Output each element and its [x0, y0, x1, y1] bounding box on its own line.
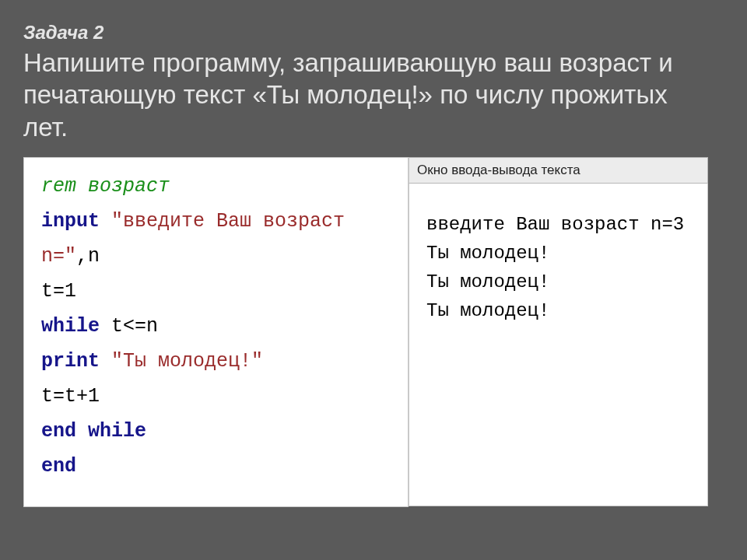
code-line: end while	[41, 414, 392, 449]
code-line: t=1	[41, 274, 392, 309]
output-panel: введите Ваш возраст n=3 Ты молодец! Ты м…	[409, 184, 708, 506]
slide: Задача 2 Напишите программу, запрашивающ…	[0, 0, 747, 560]
output-line: Ты молодец!	[426, 268, 696, 296]
output-window-title: Окно ввода-вывода текста	[409, 157, 708, 184]
task-text: Напишите программу, запрашивающую ваш во…	[23, 47, 708, 143]
code-line: end	[41, 449, 392, 484]
task-number: Задача 2	[23, 22, 724, 44]
code-line: print "Ты молодец!"	[41, 344, 392, 379]
code-listing: rem возраст input "введите Ваш возраст n…	[41, 169, 392, 484]
kw-end: end	[41, 455, 76, 478]
kw-print: print	[41, 350, 111, 373]
code-text: t=1	[41, 280, 76, 303]
code-line: while t<=n	[41, 309, 392, 344]
output-line: введите Ваш возраст n=3	[426, 210, 696, 239]
output-line: Ты молодец!	[426, 239, 696, 268]
kw-while: while	[41, 315, 111, 338]
rem-comment: rem возраст	[41, 175, 170, 198]
kw-input: input	[41, 210, 111, 233]
code-line: t=t+1	[41, 379, 392, 414]
panels: rem возраст input "введите Ваш возраст n…	[23, 157, 708, 507]
output-panel-wrap: Окно ввода-вывода текста введите Ваш воз…	[409, 157, 708, 507]
code-text: t=t+1	[41, 385, 100, 408]
string-literal: "Ты молодец!"	[111, 350, 263, 373]
code-line: rem возраст	[41, 169, 392, 204]
code-line: input "введите Ваш возраст n=",n	[41, 204, 392, 274]
code-text: t<=n	[111, 315, 158, 338]
output-line: Ты молодец!	[426, 296, 696, 325]
code-panel: rem возраст input "введите Ваш возраст n…	[23, 157, 409, 507]
kw-end-while: end while	[41, 420, 146, 443]
code-text: ,n	[76, 245, 100, 268]
